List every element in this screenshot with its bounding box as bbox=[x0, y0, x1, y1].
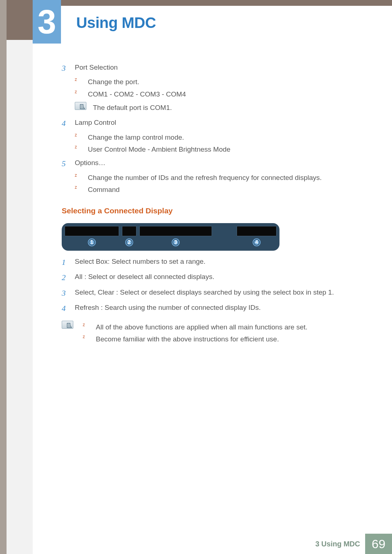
section-heading: Selecting a Connected Display bbox=[62, 205, 359, 217]
step-sub-text: Change the port. bbox=[88, 76, 359, 87]
step-text: Refresh : Search using the number of con… bbox=[75, 302, 359, 313]
step-number: 4 bbox=[62, 117, 75, 130]
step-item: 1 Select Box: Select numbers to set a ra… bbox=[62, 256, 359, 269]
diagram-label-4: 4 bbox=[253, 238, 261, 246]
selector-diagram: 1 2 3 4 bbox=[62, 223, 279, 251]
header: Using MDC bbox=[33, 6, 392, 40]
note-block: z All of the above functions are applied… bbox=[62, 321, 359, 346]
diagram-slot-all bbox=[122, 226, 136, 236]
step-item: 4 Lamp Control bbox=[62, 117, 359, 130]
bullet-icon: z bbox=[75, 76, 88, 87]
step-number: 5 bbox=[62, 157, 75, 170]
left-spine bbox=[0, 0, 7, 554]
step-item: 3 Port Selection bbox=[62, 62, 359, 75]
step-title: Options… bbox=[75, 157, 359, 168]
footer: 3 Using MDC 69 bbox=[33, 534, 392, 554]
chapter-number-box: 3 bbox=[33, 0, 61, 44]
diagram-slot-selectbox bbox=[65, 226, 119, 236]
bullet-icon: z bbox=[75, 184, 88, 195]
bullet-icon: z bbox=[75, 132, 88, 143]
steps-b: 1 Select Box: Select numbers to set a ra… bbox=[62, 256, 359, 315]
step-item: 4 Refresh : Search using the number of c… bbox=[62, 302, 359, 315]
step-sub-text: Command bbox=[88, 184, 359, 195]
step-number: 2 bbox=[62, 271, 75, 284]
step-sub-item: z User Control Mode - Ambient Brightness… bbox=[75, 144, 359, 155]
step-text: All : Select or deselect all connected d… bbox=[75, 271, 359, 282]
step-text: Select Box: Select numbers to set a rang… bbox=[75, 256, 359, 267]
step-sub-text: Change the number of IDs and the refresh… bbox=[88, 172, 359, 183]
diagram-slot-selectclear bbox=[139, 226, 212, 236]
step-sub-text: Change the lamp control mode. bbox=[88, 132, 359, 143]
step-sub-text: User Control Mode - Ambient Brightness M… bbox=[88, 144, 359, 155]
step-item: 5 Options… bbox=[62, 157, 359, 170]
step-text: Select, Clear : Select or deselect displ… bbox=[75, 287, 359, 298]
page-body: 3 Port Selection z Change the port. z CO… bbox=[33, 40, 392, 554]
note-icon bbox=[62, 321, 73, 329]
note-sub-text: Become familiar with the above instructi… bbox=[96, 333, 359, 345]
bullet-icon: z bbox=[83, 333, 96, 345]
step-item: 2 All : Select or deselect all connected… bbox=[62, 271, 359, 284]
bullet-icon: z bbox=[75, 172, 88, 183]
diagram-label-1: 1 bbox=[88, 238, 96, 246]
step-number: 4 bbox=[62, 302, 75, 315]
note-icon bbox=[75, 102, 86, 110]
page-title: Using MDC bbox=[76, 14, 156, 32]
step-number: 3 bbox=[62, 287, 75, 300]
step-sub-item: z Change the lamp control mode. bbox=[75, 132, 359, 143]
bullet-icon: z bbox=[75, 144, 88, 155]
step-number: 1 bbox=[62, 256, 75, 269]
step-title: Lamp Control bbox=[75, 117, 359, 128]
bullet-icon: z bbox=[75, 89, 88, 100]
bullet-icon: z bbox=[83, 321, 96, 333]
diagram-label-3: 3 bbox=[172, 238, 180, 246]
step-title: Port Selection bbox=[75, 62, 359, 73]
step-sub-item: z Change the port. bbox=[75, 76, 359, 87]
note-row: The default port is COM1. bbox=[75, 102, 359, 113]
page-number: 69 bbox=[365, 534, 392, 554]
note-sub-item: z All of the above functions are applied… bbox=[83, 321, 359, 333]
footer-crumb: 3 Using MDC bbox=[315, 540, 360, 548]
step-number: 3 bbox=[62, 62, 75, 75]
step-sub-text: COM1 - COM2 - COM3 - COM4 bbox=[88, 89, 359, 100]
note-text: The default port is COM1. bbox=[93, 102, 359, 113]
diagram-label-2: 2 bbox=[125, 238, 133, 246]
step-sub-item: z Change the number of IDs and the refre… bbox=[75, 172, 359, 183]
step-item: 3 Select, Clear : Select or deselect dis… bbox=[62, 287, 359, 300]
note-sub-item: z Become familiar with the above instruc… bbox=[83, 333, 359, 345]
step-sub-item: z COM1 - COM2 - COM3 - COM4 bbox=[75, 89, 359, 100]
step-sub-item: z Command bbox=[75, 184, 359, 195]
note-sub-text: All of the above functions are applied w… bbox=[96, 321, 359, 333]
diagram-slot-refresh bbox=[237, 226, 277, 236]
chapter-number: 3 bbox=[37, 3, 56, 41]
